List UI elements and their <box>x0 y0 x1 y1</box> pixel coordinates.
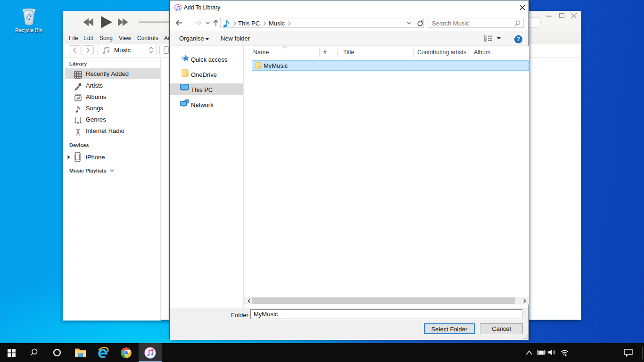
svg-text:Music: Music <box>114 47 131 54</box>
